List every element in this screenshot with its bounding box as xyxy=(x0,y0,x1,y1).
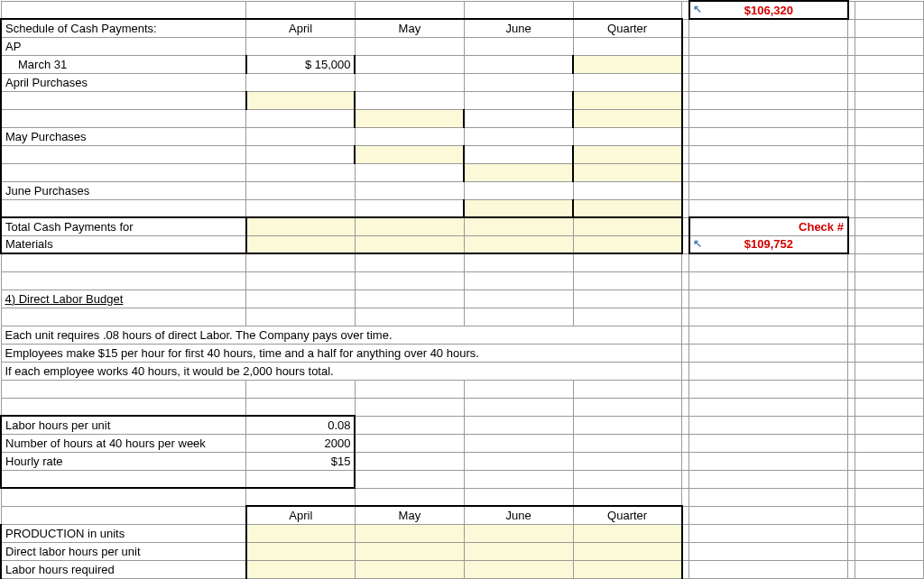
labor-per-unit-value[interactable]: 0.08 xyxy=(246,416,356,434)
col-june: June xyxy=(464,19,573,37)
prod-row1: PRODUCTION in units xyxy=(1,524,246,542)
hourly-label: Hourly rate xyxy=(1,452,246,470)
row-june-purchases: June Purchases xyxy=(1,181,246,199)
spreadsheet-table: $106,320 Schedule of Cash Payments: Apri… xyxy=(0,0,924,579)
schedule-title: Schedule of Cash Payments: xyxy=(1,19,246,37)
cell-march31-april[interactable]: $ 15,000 xyxy=(246,55,356,73)
cell-march31-quarter[interactable] xyxy=(573,55,682,73)
top-check-value[interactable]: $106,320 xyxy=(689,1,848,19)
cell-total-may[interactable] xyxy=(355,217,464,235)
prod-col-quarter: Quarter xyxy=(573,506,682,524)
labor-per-unit-label: Labor hours per unit xyxy=(1,416,246,434)
section4-line1: Each unit requires .08 hours of direct L… xyxy=(1,326,682,344)
cell-lhr-april[interactable] xyxy=(246,560,356,578)
cell-dlh-quarter[interactable] xyxy=(573,542,682,560)
cell-apr-pur-quarter[interactable] xyxy=(573,91,682,109)
cell-total-june[interactable] xyxy=(464,217,573,235)
cell-prod-quarter[interactable] xyxy=(573,524,682,542)
cell-total-quarter[interactable] xyxy=(573,217,682,235)
cell-may-pur-june[interactable] xyxy=(464,163,573,181)
row-may-purchases: May Purchases xyxy=(1,127,246,145)
cell-apr-pur-may[interactable] xyxy=(355,109,464,127)
cell-dlh-may[interactable] xyxy=(355,542,464,560)
check-value[interactable]: $109,752 xyxy=(689,235,848,253)
section4-line2: Employees make $15 per hour for first 40… xyxy=(1,344,682,362)
prod-col-april: April xyxy=(246,506,356,524)
cell-jun-pur-quarter[interactable] xyxy=(573,199,682,217)
cell-lhr-june[interactable] xyxy=(464,560,573,578)
prod-row2: Direct labor hours per unit xyxy=(1,542,246,560)
cell-jun-pur-june[interactable] xyxy=(464,199,573,217)
hourly-value[interactable]: $15 xyxy=(246,452,356,470)
hours40-label: Number of hours at 40 hours per week xyxy=(1,434,246,452)
hours40-value[interactable]: 2000 xyxy=(246,434,356,452)
prod-col-june: June xyxy=(464,506,573,524)
col-quarter: Quarter xyxy=(573,19,682,37)
cell-apr-pur-april[interactable] xyxy=(246,91,356,109)
section4-heading: 4) Direct Labor Budget xyxy=(1,290,246,308)
cell-apr-pur-quarter2[interactable] xyxy=(573,109,682,127)
totals-line2: Materials xyxy=(1,235,246,253)
cell-may-pur-may[interactable] xyxy=(355,145,464,163)
cell-prod-june[interactable] xyxy=(464,524,573,542)
prod-col-may: May xyxy=(355,506,464,524)
cell-lhr-may[interactable] xyxy=(355,560,464,578)
row-march31: March 31 xyxy=(1,55,246,73)
cell-may-pur-quarter[interactable] xyxy=(573,145,682,163)
check-label: Check # xyxy=(689,217,848,235)
prod-row3: Labor hours required xyxy=(1,560,246,578)
cell-dlh-june[interactable] xyxy=(464,542,573,560)
cell-prod-april[interactable] xyxy=(246,524,356,542)
col-may: May xyxy=(355,19,464,37)
cell-total-april[interactable] xyxy=(246,217,356,235)
section4-line3: If each employee works 40 hours, it woul… xyxy=(1,362,682,380)
cell-prod-may[interactable] xyxy=(355,524,464,542)
cell-dlh-april[interactable] xyxy=(246,542,356,560)
row-ap: AP xyxy=(1,37,246,55)
cell-may-pur-quarter2[interactable] xyxy=(573,163,682,181)
row-april-purchases: April Purchases xyxy=(1,73,246,91)
totals-line1: Total Cash Payments for xyxy=(1,217,246,235)
col-april: April xyxy=(246,19,356,37)
cell-lhr-quarter[interactable] xyxy=(573,560,682,578)
